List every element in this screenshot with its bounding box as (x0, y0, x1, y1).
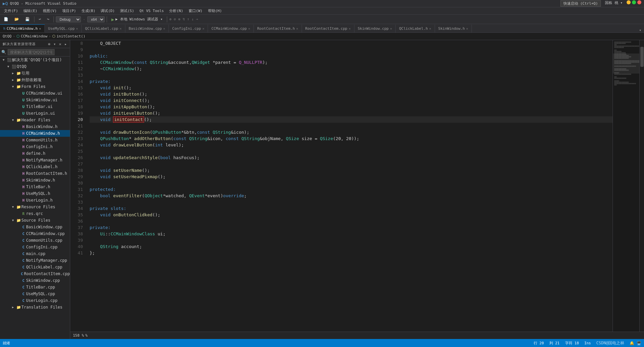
maximize-button[interactable] (632, 0, 636, 4)
arch-dropdown[interactable]: x64 x86 (87, 16, 105, 22)
close-button[interactable] (637, 0, 641, 4)
tab-usemysql-cpp[interactable]: UseMySQL.cpp ✕ (45, 24, 82, 32)
tree-item-qclicklabel-cpp[interactable]: CQClickLabel.cpp (0, 264, 70, 270)
tree-item-notifymanager-h[interactable]: HNotifyManager.h (0, 157, 70, 163)
breadcrumb-project[interactable]: QtQQ (3, 34, 12, 38)
status-col[interactable]: 列 21 (549, 341, 560, 346)
breadcrumb-class[interactable]: ⬡ CCMainWindow (16, 34, 47, 38)
toolbar-btn-undo[interactable]: ↩ (36, 16, 43, 22)
menu-qt[interactable]: Qt VS Tools (137, 8, 167, 14)
tab-configini-cpp[interactable]: ConfigIni.cpp ✕ (169, 24, 208, 32)
user-label[interactable]: 国栋 桃 ▾ (605, 0, 623, 7)
tab-close-basicwindow[interactable]: ✕ (163, 27, 165, 30)
tree-item-qclicklabel-h[interactable]: HQClickLabel.h (0, 163, 70, 170)
tree-item-titlebar-ui[interactable]: UTitleBar.ui (0, 103, 70, 110)
right-scroll-thumb[interactable] (640, 47, 644, 67)
tree-item-form-files[interactable]: ▼📁Form Files (0, 83, 70, 90)
minimize-button[interactable] (627, 0, 631, 4)
tree-item-rootcontactitem-cpp[interactable]: CRootContactItem.cpp (0, 270, 70, 277)
tab-close-rootcontactitem-h[interactable]: ✕ (296, 27, 298, 30)
tree-item-header-files[interactable]: ▼📁Header Files (0, 117, 70, 123)
tab-qclicklabel-cpp[interactable]: QClickLabel.cpp ✕ (82, 24, 125, 32)
status-ch[interactable]: 字符 18 (565, 341, 579, 346)
search-label[interactable]: 快速启动 (Ctrl+Q) (560, 0, 601, 7)
tab-skinwindow-cpp[interactable]: SkinWindow.cpp ✕ (354, 24, 396, 32)
tree-item-ccmainwindow-ui[interactable]: UCCMainWindow.ui (0, 90, 70, 97)
zoom-label[interactable]: 158 % (73, 333, 84, 338)
tree-item-ccmainwindow-h[interactable]: HCCMainWindow.h (0, 130, 70, 137)
toolbar-btn-redo[interactable]: ↪ (45, 16, 52, 22)
tree-item-skinwindow-h[interactable]: HSkinWindow.h (0, 177, 70, 184)
tree-item-translation-files[interactable]: ▶📁Translation Files (0, 304, 70, 311)
menu-build[interactable]: 生成(B) (79, 8, 98, 14)
tab-basicwindow-cpp[interactable]: BasicWindow.cpp ✕ (125, 24, 169, 32)
toolbar-btn-save[interactable]: 💾 (23, 16, 32, 22)
tree-item------qtqq--1----[interactable]: ▼⬛解决方案'QtQQ'(1个项目) (0, 56, 70, 63)
menu-view[interactable]: 视图(V) (40, 8, 60, 14)
menu-debug[interactable]: 调试(D) (98, 8, 117, 14)
tree-item-basicwindow-h[interactable]: HBasicWindow.h (0, 123, 70, 130)
menu-edit[interactable]: 编辑(E) (21, 8, 40, 14)
tree-item-configini-cpp[interactable]: CConfigIni.cpp (0, 244, 70, 250)
tab-skinwindow-h[interactable]: SkinWindow.h ✕ (435, 24, 472, 32)
right-scrollbar[interactable] (639, 40, 644, 332)
toolbar-btn-new[interactable]: 📄 (1, 16, 11, 22)
tree-item-userlogin-h[interactable]: HUserLogin.h (0, 197, 70, 204)
tab-close-ccmainwindow-h[interactable]: ✕ (39, 27, 41, 30)
menu-help[interactable]: 帮助(H) (205, 8, 225, 14)
menu-file[interactable]: 文件(F) (1, 8, 21, 14)
menu-window[interactable]: 窗口(W) (186, 8, 205, 14)
config-dropdown[interactable]: Debug Release (56, 16, 81, 22)
menu-analyze[interactable]: 分析(N) (167, 8, 186, 14)
tree-item-usemysql-cpp[interactable]: CUseMySQL.cpp (0, 291, 70, 297)
tree-item-titlebar-cpp[interactable]: CTitleBar.cpp (0, 284, 70, 291)
run-button[interactable]: ▶ ▶ 本地 Windows 调试器 ▾ (109, 16, 165, 23)
tree-item-titlebar-h[interactable]: HTitleBar.h (0, 184, 70, 190)
tree-item-ccmainwindow-cpp[interactable]: CCCMainWindow.cpp (0, 230, 70, 237)
tree-item-main-cpp[interactable]: Cmain.cpp (0, 250, 70, 257)
breadcrumb-method[interactable]: ⬡ initContact() (52, 34, 85, 38)
tree-item-basicwindow-cpp[interactable]: CBasicWindow.cpp (0, 224, 70, 230)
tab-close-qclicklabel-h[interactable]: ✕ (429, 27, 431, 30)
minimap[interactable]: ████████████████████████████ ███████████… (613, 40, 639, 332)
tree-item-commonutils-h[interactable]: HCommonUtils.h (0, 137, 70, 143)
tree-item-res-qrc[interactable]: Rres.qrc (0, 210, 70, 217)
tab-close-usemysql[interactable]: ✕ (76, 27, 78, 30)
tab-rootcontactitem-cpp[interactable]: RootContactItem.cpp ✕ (302, 24, 354, 32)
tab-qclicklabel-h[interactable]: QClickLabel.h ✕ (396, 24, 435, 32)
sidebar-search-input[interactable] (8, 49, 55, 55)
status-ins[interactable]: Ins (584, 341, 591, 345)
menu-project[interactable]: 项目(P) (60, 8, 79, 14)
sidebar-controls[interactable]: ⊕ ▾ ✕ ▸ (48, 42, 67, 46)
tree-item-notifymanager-cpp[interactable]: CNotifyManager.cpp (0, 257, 70, 264)
menu-test[interactable]: 测试(S) (117, 8, 137, 14)
tree-item-userlogin-cpp[interactable]: CUserLogin.cpp (0, 297, 70, 304)
tab-ccmainwindow-h[interactable]: h CCMainWindow.h ✕ (0, 24, 45, 32)
status-line[interactable]: 行 20 (534, 341, 544, 346)
tree-item-resource-files[interactable]: ▼📁Resource Files (0, 204, 70, 210)
tab-close-skinwindow-h[interactable]: ✕ (466, 27, 468, 30)
toolbar-btn-open[interactable]: 📂 (12, 16, 21, 22)
tree-item-skinwindow-ui[interactable]: USkinWindow.ui (0, 97, 70, 103)
tab-rootcontactitem-h[interactable]: RootContactItem.h ✕ (254, 24, 302, 32)
tab-close-ccmainwindow-cpp[interactable]: ✕ (248, 27, 250, 30)
tab-close-configini[interactable]: ✕ (202, 27, 204, 30)
tree-item-userlogin-ui[interactable]: UUserLogin.ui (0, 110, 70, 117)
tree-item-configini-h[interactable]: HConfigIni.h (0, 143, 70, 150)
tree-item-usemysql-h[interactable]: HUseMySQL.h (0, 190, 70, 197)
tab-overflow[interactable]: ▾ (636, 28, 644, 32)
tree-item-define-h[interactable]: Hdefine.h (0, 150, 70, 157)
tree-item------[interactable]: ▶📁外部依赖项 (0, 77, 70, 83)
toolbar-sep-2 (53, 16, 54, 22)
tab-close-rootcontactitem-cpp[interactable]: ✕ (349, 27, 351, 30)
tree-item-commonutils-cpp[interactable]: CCommonUtils.cpp (0, 237, 70, 244)
tree-item-rootcontactitem-h[interactable]: HRootContactItem.h (0, 170, 70, 177)
tree-item-skinwindow-cpp[interactable]: CSkinWindow.cpp (0, 277, 70, 284)
tab-close-qclicklabel[interactable]: ✕ (120, 27, 122, 30)
tree-item-qtqq[interactable]: ▼⬛QtQQ (0, 63, 70, 70)
tab-close-skinwindow-cpp[interactable]: ✕ (390, 27, 392, 30)
code-content[interactable]: Q_OBJECT public: CCMainWindow(const QStr… (87, 40, 613, 332)
tree-item---[interactable]: ▶📁引用 (0, 70, 70, 77)
tab-ccmainwindow-cpp[interactable]: CCMainWindow.cpp ✕ (208, 24, 254, 32)
tree-item-source-files[interactable]: ▼📁Source Files (0, 217, 70, 224)
